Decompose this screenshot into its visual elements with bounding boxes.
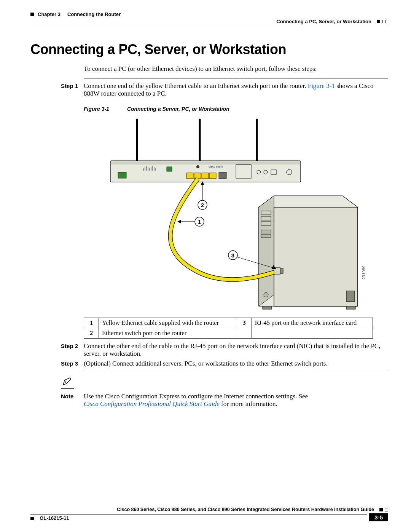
svg-rect-47 (346, 291, 355, 302)
footer-bullet-filled-icon (379, 508, 383, 511)
figure-xref[interactable]: Figure 3-1 (308, 82, 335, 89)
svg-point-21 (196, 165, 199, 168)
step-3: Step 3 (Optional) Connect additional ser… (61, 360, 388, 367)
note-pencil-icon (61, 377, 74, 389)
note: Note Use the Cisco Configuration Express… (61, 393, 388, 408)
svg-rect-37 (274, 207, 358, 306)
svg-rect-23 (194, 173, 201, 179)
table-row: 1 Yellow Ethernet cable supplied with th… (84, 318, 373, 328)
step-3-text: (Optional) Connect additional servers, P… (84, 360, 388, 367)
step-3-label: Step 3 (61, 360, 84, 367)
figure-number: Figure 3-1 (84, 106, 126, 112)
note-link[interactable]: Cisco Configuration Professional Quick S… (84, 400, 220, 407)
footer-left-bullet-icon (30, 517, 34, 520)
svg-rect-22 (186, 173, 193, 179)
svg-line-64 (65, 380, 66, 384)
header-end-bullet-filled-icon (377, 20, 380, 23)
figure-caption: Figure 3-1 Connecting a Server, PC, or W… (84, 106, 388, 112)
figure-legend: 1 Yellow Ethernet cable supplied with th… (84, 318, 373, 339)
svg-rect-43 (261, 235, 271, 238)
note-label: Note (61, 393, 84, 408)
page-number: 3-5 (369, 513, 388, 521)
svg-text:3: 3 (231, 252, 234, 259)
pc-tower-icon (259, 196, 358, 309)
svg-rect-39 (261, 211, 271, 215)
svg-rect-8 (118, 172, 126, 178)
step-1: Step 1 Connect one end of the yellow Eth… (61, 82, 388, 97)
note-text: Use the Cisco Configuration Express to c… (84, 393, 388, 408)
svg-rect-24 (202, 173, 209, 179)
footer-bullet-open-icon (385, 508, 388, 511)
figure-caption-text: Connecting a Server, PC, or Workstation (127, 106, 229, 112)
svg-text:231989: 231989 (362, 265, 366, 280)
svg-text:Cisco 888W: Cisco 888W (209, 165, 223, 168)
doc-title: Cisco 860 Series, Cisco 880 Series, and … (30, 507, 376, 512)
svg-rect-45 (263, 306, 272, 309)
step-1-text: Connect one end of the yellow Ethernet c… (84, 82, 388, 97)
chapter-title: Connecting the Router (67, 11, 121, 17)
page-header: Chapter 3 Connecting the Router (30, 11, 388, 17)
svg-rect-42 (261, 230, 271, 233)
svg-point-44 (264, 292, 268, 297)
page-title: Connecting a PC, Server, or Workstation (30, 42, 388, 58)
svg-rect-9 (167, 167, 172, 171)
figure-3-1: Cisco 888W (84, 116, 373, 314)
header-end-bullet-open-icon (382, 20, 386, 23)
step-2-text: Connect the other end of the cable to th… (84, 342, 388, 358)
separator-top (84, 78, 388, 78)
step-2: Step 2 Connect the other end of the cabl… (61, 342, 388, 358)
header-bullet-icon (30, 13, 34, 16)
svg-marker-63 (63, 378, 71, 385)
svg-rect-7 (111, 161, 300, 165)
svg-rect-41 (261, 222, 271, 225)
svg-text:1: 1 (198, 219, 201, 225)
intro-text: To connect a PC (or other Ethernet devic… (84, 65, 388, 73)
header-divider (30, 26, 388, 26)
separator-bottom (84, 370, 388, 370)
step-2-label: Step 2 (61, 342, 84, 358)
svg-rect-25 (209, 173, 216, 179)
svg-text:2: 2 (201, 202, 204, 208)
svg-rect-40 (261, 216, 271, 220)
chapter-label: Chapter 3 (38, 11, 61, 17)
svg-rect-46 (346, 306, 355, 309)
svg-marker-55 (177, 220, 181, 224)
table-row: 2 Ethernet switch port on the router (84, 328, 373, 339)
page-footer: Cisco 860 Series, Cisco 880 Series, and … (30, 507, 388, 521)
step-1-label: Step 1 (61, 82, 84, 97)
section-title-header: Connecting a PC, Server, or Workstation (276, 19, 371, 24)
doc-number: OL-16215-11 (40, 515, 69, 521)
svg-rect-26 (219, 172, 226, 179)
